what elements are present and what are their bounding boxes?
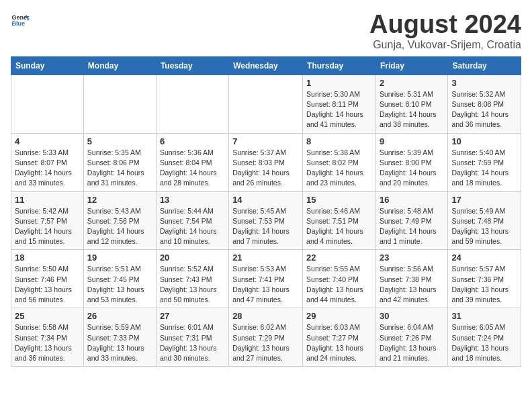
col-wednesday: Wednesday	[229, 56, 303, 75]
day-info: Sunrise: 6:03 AM Sunset: 7:27 PM Dayligh…	[306, 322, 372, 363]
day-number: 12	[87, 195, 152, 205]
day-info: Sunrise: 5:35 AM Sunset: 8:06 PM Dayligh…	[87, 148, 152, 189]
calendar-cell: 4Sunrise: 5:33 AM Sunset: 8:07 PM Daylig…	[11, 133, 84, 191]
day-info: Sunrise: 5:51 AM Sunset: 7:45 PM Dayligh…	[87, 264, 152, 305]
day-number: 16	[380, 195, 444, 205]
calendar-week-row: 25Sunrise: 5:58 AM Sunset: 7:34 PM Dayli…	[11, 308, 521, 367]
day-number: 24	[451, 253, 517, 263]
day-number: 21	[232, 253, 299, 263]
day-info: Sunrise: 5:30 AM Sunset: 8:11 PM Dayligh…	[306, 89, 372, 130]
calendar-cell: 6Sunrise: 5:36 AM Sunset: 8:04 PM Daylig…	[156, 133, 228, 191]
day-number: 18	[15, 253, 80, 263]
col-sunday: Sunday	[11, 56, 84, 75]
calendar-cell: 25Sunrise: 5:58 AM Sunset: 7:34 PM Dayli…	[11, 308, 84, 367]
calendar-cell: 14Sunrise: 5:45 AM Sunset: 7:53 PM Dayli…	[229, 191, 303, 250]
day-number: 20	[160, 253, 225, 263]
calendar-cell: 28Sunrise: 6:02 AM Sunset: 7:29 PM Dayli…	[229, 308, 303, 367]
calendar-cell: 11Sunrise: 5:42 AM Sunset: 7:57 PM Dayli…	[11, 191, 84, 250]
day-info: Sunrise: 6:04 AM Sunset: 7:26 PM Dayligh…	[380, 322, 444, 363]
day-info: Sunrise: 5:42 AM Sunset: 7:57 PM Dayligh…	[15, 206, 80, 247]
day-number: 30	[380, 311, 444, 321]
calendar-cell: 19Sunrise: 5:51 AM Sunset: 7:45 PM Dayli…	[83, 250, 156, 308]
day-info: Sunrise: 5:43 AM Sunset: 7:56 PM Dayligh…	[87, 206, 152, 247]
calendar-cell: 18Sunrise: 5:50 AM Sunset: 7:46 PM Dayli…	[11, 250, 84, 308]
calendar-cell: 22Sunrise: 5:55 AM Sunset: 7:40 PM Dayli…	[303, 250, 376, 308]
calendar-cell	[11, 75, 84, 133]
logo: General Blue	[11, 11, 30, 30]
calendar-cell: 5Sunrise: 5:35 AM Sunset: 8:06 PM Daylig…	[83, 133, 156, 191]
calendar-cell: 9Sunrise: 5:39 AM Sunset: 8:00 PM Daylig…	[375, 133, 447, 191]
day-info: Sunrise: 5:50 AM Sunset: 7:46 PM Dayligh…	[15, 264, 80, 305]
calendar-cell: 21Sunrise: 5:53 AM Sunset: 7:41 PM Dayli…	[229, 250, 303, 308]
day-number: 19	[87, 253, 152, 263]
day-number: 6	[160, 136, 225, 146]
day-info: Sunrise: 5:58 AM Sunset: 7:34 PM Dayligh…	[15, 322, 80, 363]
calendar-table: Sunday Monday Tuesday Wednesday Thursday…	[11, 56, 521, 367]
calendar-subtitle: Gunja, Vukovar-Srijem, Croatia	[369, 39, 521, 51]
day-number: 13	[160, 195, 225, 205]
col-monday: Monday	[83, 56, 156, 75]
logo-icon: General Blue	[11, 11, 30, 30]
calendar-body: 1Sunrise: 5:30 AM Sunset: 8:11 PM Daylig…	[11, 75, 521, 366]
calendar-cell: 30Sunrise: 6:04 AM Sunset: 7:26 PM Dayli…	[375, 308, 447, 367]
day-info: Sunrise: 5:49 AM Sunset: 7:48 PM Dayligh…	[451, 206, 517, 247]
calendar-cell: 16Sunrise: 5:48 AM Sunset: 7:49 PM Dayli…	[375, 191, 447, 250]
day-number: 29	[306, 311, 372, 321]
day-number: 11	[15, 195, 80, 205]
calendar-cell: 7Sunrise: 5:37 AM Sunset: 8:03 PM Daylig…	[229, 133, 303, 191]
day-info: Sunrise: 5:37 AM Sunset: 8:03 PM Dayligh…	[232, 148, 299, 189]
calendar-cell: 2Sunrise: 5:31 AM Sunset: 8:10 PM Daylig…	[375, 75, 447, 133]
day-info: Sunrise: 6:02 AM Sunset: 7:29 PM Dayligh…	[232, 322, 299, 363]
day-number: 31	[451, 311, 517, 321]
day-number: 7	[232, 136, 299, 146]
svg-text:Blue: Blue	[11, 20, 25, 27]
day-info: Sunrise: 5:44 AM Sunset: 7:54 PM Dayligh…	[160, 206, 225, 247]
day-info: Sunrise: 5:45 AM Sunset: 7:53 PM Dayligh…	[232, 206, 299, 247]
day-number: 8	[306, 136, 372, 146]
day-number: 3	[451, 78, 517, 88]
day-info: Sunrise: 5:53 AM Sunset: 7:41 PM Dayligh…	[232, 264, 299, 305]
day-info: Sunrise: 5:46 AM Sunset: 7:51 PM Dayligh…	[306, 206, 372, 247]
calendar-cell	[156, 75, 228, 133]
calendar-cell: 1Sunrise: 5:30 AM Sunset: 8:11 PM Daylig…	[303, 75, 376, 133]
day-info: Sunrise: 5:33 AM Sunset: 8:07 PM Dayligh…	[15, 148, 80, 189]
day-info: Sunrise: 6:01 AM Sunset: 7:31 PM Dayligh…	[160, 322, 225, 363]
day-info: Sunrise: 5:55 AM Sunset: 7:40 PM Dayligh…	[306, 264, 372, 305]
calendar-week-row: 18Sunrise: 5:50 AM Sunset: 7:46 PM Dayli…	[11, 250, 521, 308]
calendar-cell	[83, 75, 156, 133]
calendar-cell: 13Sunrise: 5:44 AM Sunset: 7:54 PM Dayli…	[156, 191, 228, 250]
calendar-cell: 29Sunrise: 6:03 AM Sunset: 7:27 PM Dayli…	[303, 308, 376, 367]
day-info: Sunrise: 6:05 AM Sunset: 7:24 PM Dayligh…	[451, 322, 517, 363]
calendar-week-row: 4Sunrise: 5:33 AM Sunset: 8:07 PM Daylig…	[11, 133, 521, 191]
calendar-cell: 3Sunrise: 5:32 AM Sunset: 8:08 PM Daylig…	[448, 75, 521, 133]
day-info: Sunrise: 5:48 AM Sunset: 7:49 PM Dayligh…	[380, 206, 444, 247]
calendar-cell: 15Sunrise: 5:46 AM Sunset: 7:51 PM Dayli…	[303, 191, 376, 250]
col-thursday: Thursday	[303, 56, 376, 75]
calendar-cell: 23Sunrise: 5:56 AM Sunset: 7:38 PM Dayli…	[375, 250, 447, 308]
day-info: Sunrise: 5:31 AM Sunset: 8:10 PM Dayligh…	[380, 89, 444, 130]
day-info: Sunrise: 5:56 AM Sunset: 7:38 PM Dayligh…	[380, 264, 444, 305]
day-number: 5	[87, 136, 152, 146]
day-number: 28	[232, 311, 299, 321]
col-tuesday: Tuesday	[156, 56, 228, 75]
calendar-cell: 27Sunrise: 6:01 AM Sunset: 7:31 PM Dayli…	[156, 308, 228, 367]
calendar-cell: 26Sunrise: 5:59 AM Sunset: 7:33 PM Dayli…	[83, 308, 156, 367]
day-number: 1	[306, 78, 372, 88]
page-header: General Blue August 2024 Gunja, Vukovar-…	[11, 11, 521, 51]
day-number: 27	[160, 311, 225, 321]
calendar-week-row: 11Sunrise: 5:42 AM Sunset: 7:57 PM Dayli…	[11, 191, 521, 250]
day-number: 15	[306, 195, 372, 205]
col-saturday: Saturday	[448, 56, 521, 75]
calendar-cell: 10Sunrise: 5:40 AM Sunset: 7:59 PM Dayli…	[448, 133, 521, 191]
day-number: 9	[380, 136, 444, 146]
calendar-week-row: 1Sunrise: 5:30 AM Sunset: 8:11 PM Daylig…	[11, 75, 521, 133]
day-info: Sunrise: 5:40 AM Sunset: 7:59 PM Dayligh…	[451, 148, 517, 189]
day-number: 26	[87, 311, 152, 321]
day-number: 22	[306, 253, 372, 263]
day-number: 25	[15, 311, 80, 321]
title-block: August 2024 Gunja, Vukovar-Srijem, Croat…	[369, 11, 521, 51]
col-friday: Friday	[375, 56, 447, 75]
day-number: 14	[232, 195, 299, 205]
calendar-cell: 12Sunrise: 5:43 AM Sunset: 7:56 PM Dayli…	[83, 191, 156, 250]
day-number: 23	[380, 253, 444, 263]
